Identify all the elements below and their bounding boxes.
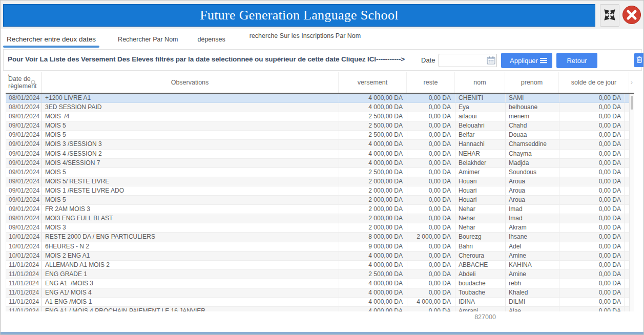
tab-label: recherche Sur les Inscriptions Par Nom (250, 32, 361, 39)
cell-obs: FR 2AM MOIS 3 (42, 205, 339, 214)
cell-obs: MOIS 4/SESSION 7 (42, 159, 339, 168)
cell-nom: Nehar (455, 205, 506, 214)
table-row[interactable]: 09/01/2024MOIS 3 /SESSION 34 000,00 DA0,… (6, 140, 634, 149)
column-header-versement[interactable]: versement (339, 72, 407, 93)
table-row[interactable]: 10/01/2024MOIS 2 ENG A14 000,00 DA0,00 D… (6, 252, 634, 261)
cell-date: 10/01/2024 (6, 242, 42, 251)
table-row[interactable]: 09/01/2024MOIS 52 000,00 DA0,00 DAHouari… (6, 196, 634, 205)
grid-body: 08/01/2024+1200 LIVRE A14 000,00 DA0,00 … (6, 94, 634, 311)
cell-versement: 4 000,00 DA (339, 261, 407, 269)
table-row[interactable]: 09/01/2024MOIS 4/SESSION 74 000,00 DA0,0… (6, 159, 634, 168)
cell-reste: 0,00 DA (407, 140, 455, 149)
app-title: Future Generation Language School (200, 8, 399, 23)
column-label: prenom (521, 79, 543, 86)
table-row[interactable]: 09/01/2024MOIS 52 500,00 DA0,00 DAAmimer… (6, 168, 634, 177)
cell-versement: 2 500,00 DA (339, 270, 407, 279)
column-header-reste[interactable]: reste (407, 72, 455, 93)
cell-versement: 2 000,00 DA (339, 177, 407, 186)
cell-date: 09/01/2024 (6, 121, 42, 130)
table-row[interactable]: 09/01/2024MOIS 1 /RESTE LIVRE ADO2 000,0… (6, 186, 634, 196)
tab-depenses[interactable]: dépenses (198, 36, 225, 48)
apply-button[interactable]: Appliquer (501, 53, 552, 68)
cell-obs: MOIS 5/ RESTE LIVRE (42, 177, 339, 186)
cell-reste: 0,00 DA (407, 214, 455, 223)
cell-date: 08/01/2024 (6, 94, 42, 102)
table-row[interactable]: 11/01/2024ENG A1 / MOIS 4 PROCHAIN PAIEM… (6, 307, 634, 311)
close-button[interactable] (621, 5, 642, 26)
cell-date: 11/01/2024 (6, 279, 42, 288)
table-row[interactable]: 09/01/2024FR 2AM MOIS 32 000,00 DA0,00 D… (6, 205, 634, 214)
search-icon[interactable] (31, 80, 36, 87)
column-header-solde[interactable]: solde de ce jour (559, 72, 629, 93)
scroll-right-chevron-icon[interactable]: › (629, 78, 635, 86)
table-row[interactable]: 11/01/2024ENG GRADE 12 500,00 DA0,00 DAA… (6, 270, 634, 279)
column-label: reste (424, 79, 438, 86)
back-button[interactable]: Retour (556, 53, 597, 68)
cell-solde: 0,00 DA (559, 177, 625, 186)
tab-recherche-inscriptions-par-nom[interactable]: recherche Sur les Inscriptions Par Nom (250, 32, 361, 48)
expand-button[interactable] (600, 4, 619, 27)
column-label: nom (473, 79, 486, 86)
table-row[interactable]: 09/01/2024MOIS 4 /SESSION 24 000,00 DA0,… (6, 150, 634, 159)
cell-versement: 2 000,00 DA (339, 214, 407, 223)
tab-rechercher-entre-deux-dates[interactable]: Rechercher entre deux dates (7, 35, 96, 48)
cell-solde: 0,00 DA (559, 261, 625, 269)
cell-reste: 0,00 DA (407, 177, 455, 186)
app-window: Future Generation Language School Reche (0, 0, 644, 335)
table-row[interactable]: 08/01/20243ED SESSION PAID4 000,00 DA0,0… (6, 103, 634, 112)
tab-rechercher-par-nom[interactable]: Rechercher Par Nom (118, 36, 178, 48)
table-row[interactable]: 10/01/2024RESTE 2000 DA / ENG PARTICULIE… (6, 233, 634, 242)
cell-reste: 0,00 DA (407, 307, 455, 311)
calendar-icon[interactable] (487, 56, 495, 65)
toolbar-panel: Pour Voir La Liste des Versement Des Ele… (3, 49, 642, 71)
delete-button[interactable] (634, 53, 644, 67)
cell-versement: 4 000,00 DA (339, 298, 407, 306)
table-row[interactable]: 09/01/2024MOIS 52 500,00 DA0,00 DABelfar… (6, 131, 634, 140)
grid-body-viewport: 08/01/2024+1200 LIVRE A14 000,00 DA0,00 … (6, 94, 634, 311)
vertical-scrollbar[interactable] (629, 94, 634, 311)
title-bar: Future Generation Language School (3, 4, 595, 27)
table-row[interactable]: 11/01/2024ENG A1/ MOIS 44 000,00 DA0,00 … (6, 288, 634, 298)
cell-prenom: rebh (506, 279, 559, 288)
cell-prenom: Imad (506, 214, 559, 223)
table-row[interactable]: 09/01/2024MOIS /42 500,00 DA0,00 DAaifao… (6, 112, 634, 121)
cell-date: 09/01/2024 (6, 112, 42, 121)
table-row[interactable]: 10/01/20246HEURES - N 29 000,00 DA0,00 D… (6, 242, 634, 252)
cell-obs: MOIS 5 (42, 131, 339, 139)
table-row[interactable]: 09/01/2024MOIS 32 000,00 DA0,00 DANeharA… (6, 223, 634, 233)
cell-reste: 0,00 DA (407, 196, 455, 204)
cell-versement: 8 000,00 DA (339, 233, 407, 241)
cell-solde: 0,00 DA (559, 112, 625, 121)
column-header-nom[interactable]: nom (455, 72, 505, 93)
cell-solde: 0,00 DA (559, 233, 625, 241)
payments-grid: * Date de règlement Observations verseme… (6, 72, 634, 311)
column-label: Observations (171, 79, 209, 86)
column-header-observations[interactable]: Observations (41, 72, 339, 93)
table-row[interactable]: 08/01/2024+1200 LIVRE A14 000,00 DA0,00 … (6, 94, 634, 103)
cell-versement: 2 000,00 DA (339, 186, 407, 195)
cell-date: 08/01/2024 (6, 103, 42, 112)
table-row[interactable]: 11/01/2024A1 ENG /MOIS 14 000,00 DA4 000… (6, 298, 634, 307)
cell-date: 09/01/2024 (6, 196, 42, 204)
table-row[interactable]: 11/01/2024ENG A1 /MOIS 34 000,00 DA0,00 … (6, 279, 634, 288)
table-row[interactable]: 09/01/2024MOI3 ENG FULL BLAST2 000,00 DA… (6, 214, 634, 223)
cell-versement: 4 000,00 DA (339, 140, 407, 149)
cell-nom: Belfar (455, 131, 506, 139)
cell-solde: 0,00 DA (559, 279, 625, 288)
cell-date: 10/01/2024 (6, 252, 42, 260)
cell-date: 09/01/2024 (6, 177, 42, 186)
scrollbar-thumb[interactable] (631, 96, 633, 110)
table-row[interactable]: 09/01/2024MOIS 5/ RESTE LIVRE2 000,00 DA… (6, 177, 634, 186)
column-header-date-reglement[interactable]: * Date de règlement (6, 72, 41, 93)
table-row[interactable]: 11/01/2024ALLEMAND A1 MOIS 24 000,00 DA0… (6, 261, 634, 270)
cell-nom: Houari (455, 186, 506, 195)
cell-obs: ENG A1/ MOIS 4 (42, 288, 339, 297)
cell-solde: 0,00 DA (559, 121, 625, 130)
column-header-prenom[interactable]: prenom (505, 72, 559, 93)
table-row[interactable]: 09/01/2024MOIS 52 500,00 DA0,00 DABeloua… (6, 121, 634, 131)
cell-reste: 2 000,00 DA (407, 233, 455, 241)
cell-versement: 2 500,00 DA (339, 131, 407, 139)
total-value: 827000 (457, 313, 513, 321)
close-icon (622, 5, 641, 26)
cell-date: 09/01/2024 (6, 150, 42, 158)
